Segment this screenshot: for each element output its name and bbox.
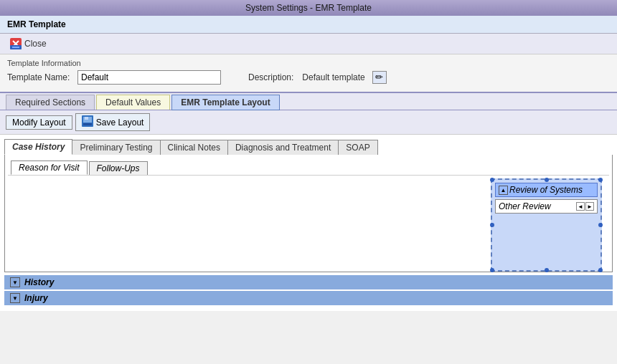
- sub-tab-reason-for-visit[interactable]: Reason for Visit: [11, 161, 88, 175]
- pencil-icon: ✏: [375, 72, 383, 82]
- inner-tab-soap-label: SOAP: [346, 143, 369, 153]
- inner-tab-diagnosis-label: Diagnosis and Treatment: [235, 143, 331, 153]
- inner-tab-soap[interactable]: SOAP: [339, 140, 377, 155]
- anchor-dot-bl: [490, 268, 494, 272]
- tab-emr-template-layout[interactable]: EMR Template Layout: [171, 95, 279, 110]
- ros-expand-btn[interactable]: ▲: [499, 186, 508, 195]
- inner-tab-prelim-label: Preliminary Testing: [80, 143, 152, 153]
- inner-tab-case-label: Case History: [12, 142, 65, 152]
- right-panel: ▲ Review of Systems Other Review ◄ ►: [491, 178, 602, 272]
- section-history-row: ▼ History: [4, 275, 613, 289]
- content-area: Case History Preliminary Testing Clinica…: [0, 135, 617, 311]
- close-button[interactable]: Close: [6, 37, 51, 51]
- save-label: Save Layout: [96, 118, 144, 128]
- edit-desc-button[interactable]: ✏: [372, 71, 387, 84]
- inner-tab-clinical[interactable]: Clinical Notes: [161, 140, 228, 155]
- injury-expand-btn[interactable]: ▼: [10, 293, 20, 303]
- close-icon: [10, 38, 22, 49]
- tab-default-values[interactable]: Default Values: [96, 95, 170, 110]
- inner-tab-clinical-label: Clinical Notes: [168, 143, 220, 153]
- ros-label: Review of Systems: [509, 185, 583, 195]
- title-text: System Settings - EMR Template: [245, 3, 372, 13]
- layout-area: ▲ Review of Systems Other Review ◄ ►: [8, 176, 609, 269]
- history-expand-btn[interactable]: ▼: [10, 277, 20, 287]
- inner-tab-content: Reason for Visit Follow-Ups: [4, 155, 613, 272]
- tab-required-label: Required Sections: [15, 97, 85, 107]
- save-layout-button[interactable]: Save Layout: [75, 113, 151, 131]
- inner-tab-prelim[interactable]: Preliminary Testing: [72, 140, 160, 155]
- history-label: History: [24, 277, 54, 287]
- inner-tab-case-history[interactable]: Case History: [4, 139, 72, 155]
- anchor-dot-tr: [598, 178, 603, 182]
- desc-value: Default template: [302, 72, 364, 82]
- section-injury-row: ▼ Injury: [4, 291, 613, 305]
- anchor-dot-bm: [545, 268, 549, 272]
- svg-rect-8: [83, 123, 92, 125]
- sub-tab-followup-label: Follow-Ups: [97, 163, 140, 173]
- main-tabs-row: Required Sections Default Values EMR Tem…: [0, 93, 617, 110]
- panel-item-other[interactable]: Other Review ◄ ►: [495, 199, 598, 214]
- anchor-dot-br: [598, 268, 603, 272]
- tab-required-sections[interactable]: Required Sections: [6, 95, 95, 110]
- other-label: Other Review: [499, 201, 551, 211]
- other-left-btn[interactable]: ◄: [576, 202, 585, 211]
- title-bar: System Settings - EMR Template: [0, 0, 617, 16]
- inner-tab-diagnosis[interactable]: Diagnosis and Treatment: [228, 140, 339, 155]
- save-icon: [82, 115, 93, 129]
- other-right-btn[interactable]: ►: [585, 202, 594, 211]
- injury-label: Injury: [24, 293, 48, 303]
- inner-tabs-container: Case History Preliminary Testing Clinica…: [4, 139, 613, 155]
- modify-label: Modify Layout: [12, 118, 66, 128]
- modify-layout-button[interactable]: Modify Layout: [6, 115, 72, 130]
- sub-tabs-row: Reason for Visit Follow-Ups: [8, 158, 609, 176]
- template-name-input[interactable]: [77, 70, 221, 85]
- desc-label: Description:: [248, 72, 293, 82]
- toolbar: Close: [0, 34, 617, 54]
- emr-header-label: EMR Template: [7, 19, 66, 29]
- sub-tab-follow-ups[interactable]: Follow-Ups: [89, 161, 148, 175]
- sub-tab-rfv-label: Reason for Visit: [19, 163, 80, 173]
- tab-layout-label: EMR Template Layout: [181, 97, 270, 107]
- svg-rect-7: [85, 117, 88, 120]
- svg-rect-4: [12, 47, 19, 48]
- panel-item-ros[interactable]: ▲ Review of Systems: [495, 183, 598, 197]
- emr-header: EMR Template: [0, 16, 617, 34]
- name-label: Template Name:: [7, 72, 72, 82]
- action-bar: Modify Layout Save Layout: [0, 110, 617, 135]
- anchor-dot-tm: [545, 178, 549, 182]
- anchor-dot-ml: [490, 223, 494, 227]
- anchor-dot-mr: [598, 223, 603, 227]
- form-section: Template Information Template Name: Desc…: [0, 54, 617, 93]
- tab-default-label: Default Values: [105, 97, 161, 107]
- anchor-dot-tl: [490, 178, 494, 182]
- section-label: Template Information: [7, 59, 610, 67]
- close-label: Close: [24, 39, 47, 49]
